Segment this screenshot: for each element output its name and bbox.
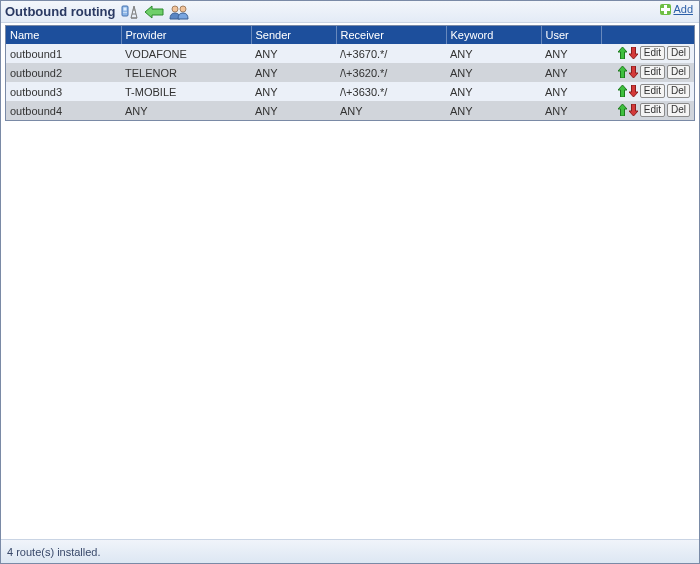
edit-button[interactable]: Edit — [640, 65, 665, 79]
svg-point-7 — [172, 6, 178, 12]
cell-keyword: ANY — [446, 63, 541, 82]
edit-button[interactable]: Edit — [640, 84, 665, 98]
col-header-user[interactable]: User — [541, 26, 601, 44]
move-down-button[interactable] — [629, 104, 638, 116]
cell-provider: ANY — [121, 101, 251, 120]
move-up-button[interactable] — [618, 66, 627, 78]
cell-name: outbound1 — [6, 44, 121, 63]
app-window: Outbound routing — [0, 0, 700, 564]
routing-table: Name Provider Sender Receiver Keyword Us… — [6, 26, 694, 120]
move-down-button[interactable] — [629, 47, 638, 59]
table-body: outbound1VODAFONEANY/\+3670.*/ANYANYEdit… — [6, 44, 694, 120]
cell-name: outbound2 — [6, 63, 121, 82]
cell-sender: ANY — [251, 63, 336, 82]
cell-keyword: ANY — [446, 44, 541, 63]
cell-user: ANY — [541, 101, 601, 120]
table-header-row: Name Provider Sender Receiver Keyword Us… — [6, 26, 694, 44]
table-row[interactable]: outbound3T-MOBILEANY/\+3630.*/ANYANYEdit… — [6, 82, 694, 101]
arrow-left-icon — [143, 5, 165, 19]
arrow-down-icon — [629, 104, 638, 116]
col-header-provider[interactable]: Provider — [121, 26, 251, 44]
cell-name: outbound3 — [6, 82, 121, 101]
add-button-label: Add — [673, 3, 693, 15]
cell-actions: EditDel — [601, 63, 694, 82]
move-down-button[interactable] — [629, 85, 638, 97]
header-bar: Outbound routing — [1, 1, 699, 23]
cell-provider: VODAFONE — [121, 44, 251, 63]
move-up-button[interactable] — [618, 85, 627, 97]
cell-receiver: /\+3620.*/ — [336, 63, 446, 82]
arrow-up-icon — [618, 66, 627, 78]
cell-receiver: /\+3670.*/ — [336, 44, 446, 63]
col-header-name[interactable]: Name — [6, 26, 121, 44]
arrow-down-icon — [629, 66, 638, 78]
arrow-up-icon — [618, 104, 627, 116]
table-row[interactable]: outbound4ANYANYANYANYANYEditDel — [6, 101, 694, 120]
col-header-actions — [601, 26, 694, 44]
status-text: 4 route(s) installed. — [7, 546, 101, 558]
table-row[interactable]: outbound2TELENORANY/\+3620.*/ANYANYEditD… — [6, 63, 694, 82]
cell-user: ANY — [541, 82, 601, 101]
arrow-down-icon — [629, 85, 638, 97]
cell-keyword: ANY — [446, 101, 541, 120]
table-row[interactable]: outbound1VODAFONEANY/\+3670.*/ANYANYEdit… — [6, 44, 694, 63]
add-button[interactable]: Add — [660, 3, 693, 15]
col-header-receiver[interactable]: Receiver — [336, 26, 446, 44]
cell-actions: EditDel — [601, 44, 694, 63]
page-title: Outbound routing — [5, 4, 115, 19]
cell-receiver: /\+3630.*/ — [336, 82, 446, 101]
cell-receiver: ANY — [336, 101, 446, 120]
delete-button[interactable]: Del — [667, 46, 690, 60]
svg-point-8 — [180, 6, 186, 12]
cell-sender: ANY — [251, 82, 336, 101]
cell-name: outbound4 — [6, 101, 121, 120]
move-down-button[interactable] — [629, 66, 638, 78]
cell-user: ANY — [541, 63, 601, 82]
edit-button[interactable]: Edit — [640, 103, 665, 117]
col-header-keyword[interactable]: Keyword — [446, 26, 541, 44]
delete-button[interactable]: Del — [667, 103, 690, 117]
routing-table-container: Name Provider Sender Receiver Keyword Us… — [5, 25, 695, 121]
status-bar: 4 route(s) installed. — [1, 539, 699, 563]
delete-button[interactable]: Del — [667, 65, 690, 79]
cell-sender: ANY — [251, 44, 336, 63]
svg-rect-3 — [126, 12, 127, 13]
cell-keyword: ANY — [446, 82, 541, 101]
header-icon-group — [121, 4, 189, 20]
plus-icon — [660, 4, 671, 15]
users-icon — [169, 4, 189, 20]
edit-button[interactable]: Edit — [640, 46, 665, 60]
cell-provider: T-MOBILE — [121, 82, 251, 101]
cell-actions: EditDel — [601, 101, 694, 120]
svg-rect-2 — [124, 12, 125, 13]
arrow-down-icon — [629, 47, 638, 59]
move-up-button[interactable] — [618, 104, 627, 116]
phone-tower-icon — [121, 4, 139, 20]
content-area: Name Provider Sender Receiver Keyword Us… — [1, 23, 699, 539]
delete-button[interactable]: Del — [667, 84, 690, 98]
cell-user: ANY — [541, 44, 601, 63]
cell-actions: EditDel — [601, 82, 694, 101]
arrow-up-icon — [618, 47, 627, 59]
move-up-button[interactable] — [618, 47, 627, 59]
svg-rect-1 — [124, 7, 127, 10]
cell-provider: TELENOR — [121, 63, 251, 82]
arrow-up-icon — [618, 85, 627, 97]
col-header-sender[interactable]: Sender — [251, 26, 336, 44]
cell-sender: ANY — [251, 101, 336, 120]
